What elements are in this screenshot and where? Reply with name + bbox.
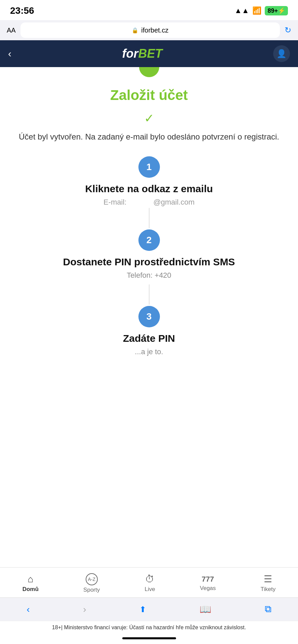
- step-1-detail: E-mail: @gmail.com: [103, 198, 195, 207]
- step-2-block: 2 Dostanete PIN prostřednictvím SMS Tele…: [13, 229, 285, 283]
- browser-share-button[interactable]: ⬆: [139, 605, 146, 614]
- battery-indicator: 89+⚡: [265, 6, 288, 15]
- home-bar: [122, 637, 176, 639]
- step-2-circle: 2: [138, 229, 160, 251]
- browser-url: iforbet.cz: [141, 26, 168, 34]
- browser-aa[interactable]: AA: [7, 26, 16, 34]
- nav-item-domu[interactable]: ⌂ Domů: [23, 574, 39, 593]
- step-2-detail: Telefon: +420: [127, 271, 171, 280]
- user-icon-button[interactable]: 👤: [273, 45, 290, 62]
- nav-label-domu: Domů: [23, 586, 39, 593]
- wifi-icon: 📶: [252, 6, 261, 15]
- success-message: Účet byl vytvořen. Na zadaný e-mail bylo…: [19, 131, 279, 143]
- status-time: 23:56: [10, 5, 34, 16]
- user-icon: 👤: [276, 49, 287, 58]
- browser-back-button[interactable]: ‹: [27, 604, 30, 615]
- nav-item-sporty[interactable]: A-Z Sporty: [83, 573, 100, 593]
- browser-nav: ‹ › ⬆ 📖 ⧉: [0, 597, 298, 621]
- vegas-icon: 777: [202, 575, 214, 584]
- app-header: ‹ forBET 👤: [0, 40, 298, 67]
- nav-label-sporty: Sporty: [83, 587, 100, 593]
- sporty-icon: A-Z: [86, 573, 98, 585]
- step-1-number: 1: [146, 162, 152, 172]
- step-3-detail: ...a je to.: [135, 347, 163, 356]
- status-bar: 23:56 ▲▲ 📶 89+⚡: [0, 0, 298, 20]
- step-3-title: Zadáte PIN: [123, 333, 175, 344]
- browser-forward-button[interactable]: ›: [83, 604, 86, 615]
- browser-refresh-button[interactable]: ↻: [285, 25, 291, 35]
- browser-bar: AA 🔒 iforbet.cz ↻: [0, 20, 298, 40]
- browser-bookmarks-button[interactable]: 📖: [200, 604, 211, 615]
- step-2-title: Dostanete PIN prostřednictvím SMS: [63, 256, 235, 268]
- nav-item-vegas[interactable]: 777 Vegas: [200, 575, 216, 592]
- step-connector-2: [149, 284, 150, 305]
- step-1-value: @gmail.com: [153, 198, 195, 207]
- back-button[interactable]: ‹: [8, 48, 11, 59]
- tikety-icon: ☰: [264, 574, 272, 585]
- step-1-circle: 1: [138, 156, 160, 178]
- step-1-block: 1 Kliknete na odkaz z emailu E-mail: @gm…: [13, 156, 285, 207]
- signal-icon: ▲▲: [235, 6, 249, 15]
- main-content: Založit účet ✓ Účet byl vytvořen. Na zad…: [0, 77, 298, 567]
- success-check-icon: ✓: [144, 111, 154, 125]
- nav-item-live[interactable]: ⏱ Live: [145, 574, 155, 593]
- nav-label-tikety: Tikety: [261, 586, 276, 593]
- step-3-block: 3 Zadáte PIN ...a je to.: [13, 306, 285, 360]
- partial-circle-decoration: [0, 67, 298, 77]
- live-icon: ⏱: [145, 574, 155, 585]
- browser-url-bar[interactable]: 🔒 iforbet.cz: [20, 22, 280, 38]
- page-title: Založit účet: [110, 87, 188, 103]
- disclaimer-text: 18+| Ministerstvo financí varuje: Účastí…: [52, 625, 246, 630]
- step-2-number: 2: [146, 235, 152, 246]
- nav-label-vegas: Vegas: [200, 585, 216, 592]
- disclaimer: 18+| Ministerstvo financí varuje: Účastí…: [0, 621, 298, 634]
- bottom-nav: ⌂ Domů A-Z Sporty ⏱ Live 777 Vegas ☰ Tik…: [0, 567, 298, 597]
- step-3-number: 3: [146, 311, 152, 322]
- step-connector-1: [149, 208, 150, 228]
- step-3-circle: 3: [138, 306, 160, 327]
- lock-icon: 🔒: [132, 27, 138, 34]
- step-1-label: E-mail:: [103, 198, 126, 207]
- home-indicator: [0, 634, 298, 644]
- browser-tabs-button[interactable]: ⧉: [265, 604, 271, 615]
- status-icons: ▲▲ 📶 89+⚡: [235, 6, 288, 15]
- step-1-title: Kliknete na odkaz z emailu: [85, 183, 213, 195]
- nav-label-live: Live: [145, 586, 155, 593]
- logo: forBET: [122, 47, 163, 61]
- home-icon: ⌂: [28, 574, 33, 585]
- nav-item-tikety[interactable]: ☰ Tikety: [261, 574, 276, 593]
